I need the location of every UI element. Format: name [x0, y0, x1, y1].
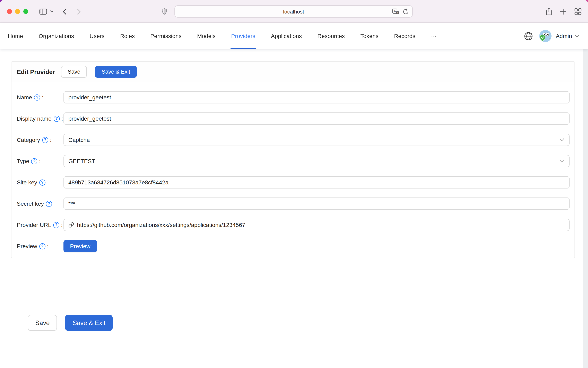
site-key-label-text: Site key: [17, 179, 37, 186]
form-row-secret-key: Secret key?: [17, 197, 569, 210]
nav-item-providers[interactable]: Providers: [223, 23, 263, 49]
category-select[interactable]: Captcha: [63, 134, 569, 146]
category-label: Category?:: [17, 134, 63, 146]
name-label: Name?:: [17, 91, 63, 103]
chevron-down-icon: [559, 159, 564, 163]
save-exit-button-top[interactable]: Save & Exit: [95, 66, 137, 78]
translate-icon[interactable]: A x: [392, 9, 399, 14]
sidebar-chevron-icon[interactable]: [50, 10, 54, 13]
provider-url-value: https://github.com/organizations/xxx/set…: [77, 222, 245, 228]
user-avatar[interactable]: [540, 30, 552, 42]
colon: :: [42, 94, 44, 101]
preview-label-text: Preview: [17, 243, 37, 249]
save-button-top[interactable]: Save: [61, 66, 87, 78]
type-select-value: GEETEST: [68, 158, 95, 164]
zoom-window-button[interactable]: [23, 9, 28, 14]
svg-text:A: A: [394, 9, 396, 13]
form-row-category: Category?:Captcha: [17, 134, 569, 146]
category-label-text: Category: [17, 137, 40, 143]
share-icon[interactable]: [546, 8, 552, 15]
nav-item-permissions[interactable]: Permissions: [143, 23, 189, 49]
category-select-value: Captcha: [68, 137, 90, 143]
colon: :: [61, 115, 63, 122]
colon: :: [47, 243, 49, 249]
nav-item-home[interactable]: Home: [0, 23, 31, 49]
form-row-name: Name?:: [17, 91, 569, 103]
name-input[interactable]: [63, 91, 569, 103]
scrollbar[interactable]: [583, 49, 588, 368]
user-name[interactable]: Admin: [556, 33, 572, 39]
top-navigation: HomeOrganizationsUsersRolesPermissionsMo…: [0, 23, 588, 49]
site-key-control: [63, 176, 569, 188]
display-name-input[interactable]: [63, 112, 569, 125]
nav-item-applications[interactable]: Applications: [263, 23, 309, 49]
display-name-help-icon[interactable]: ?: [54, 116, 60, 122]
type-help-icon[interactable]: ?: [31, 158, 38, 164]
minimize-window-button[interactable]: [15, 9, 20, 14]
display-name-label-text: Display name: [17, 115, 52, 122]
svg-text:x: x: [397, 11, 398, 14]
colon: :: [50, 137, 52, 143]
save-button-bottom[interactable]: Save: [28, 315, 57, 331]
preview-help-icon[interactable]: ?: [39, 243, 46, 249]
type-label: Type?:: [17, 155, 63, 167]
name-help-icon[interactable]: ?: [34, 94, 40, 100]
chevron-down-icon: [559, 138, 564, 141]
provider-url-label-text: Provider URL: [17, 222, 51, 228]
provider-url-label: Provider URL?:: [17, 219, 63, 231]
secret-key-input[interactable]: [63, 197, 569, 210]
display-name-control: [63, 112, 569, 125]
site-key-label: Site key?: [17, 176, 63, 188]
preview-button[interactable]: Preview: [63, 240, 97, 252]
type-select[interactable]: GEETEST: [63, 155, 569, 167]
form-row-site-key: Site key?: [17, 176, 569, 188]
type-control: GEETEST: [63, 155, 569, 167]
edit-provider-card: Edit Provider Save Save & Exit Name?:Dis…: [11, 61, 575, 258]
browser-toolbar: localhost A x: [0, 0, 588, 23]
browser-window: localhost A x: [0, 0, 588, 368]
category-help-icon[interactable]: ?: [42, 137, 48, 143]
save-exit-button-bottom[interactable]: Save & Exit: [65, 315, 113, 331]
provider-url-control: https://github.com/organizations/xxx/set…: [63, 219, 569, 231]
tab-overview-icon[interactable]: [575, 8, 581, 15]
secret-key-control: [63, 197, 569, 210]
back-button-icon[interactable]: [63, 8, 66, 15]
type-label-text: Type: [17, 158, 29, 164]
address-bar[interactable]: localhost A x: [174, 5, 413, 18]
secret-key-label-text: Secret key: [17, 200, 44, 207]
category-control: Captcha: [63, 134, 569, 146]
site-key-help-icon[interactable]: ?: [39, 179, 46, 185]
user-menu-chevron-icon[interactable]: [575, 35, 579, 37]
nav-item-tokens[interactable]: Tokens: [353, 23, 386, 49]
link-icon: [68, 222, 74, 228]
nav-item-more[interactable]: ···: [423, 23, 444, 49]
window-controls: [7, 9, 28, 14]
privacy-shield-icon[interactable]: [162, 8, 167, 15]
nav-item-models[interactable]: Models: [189, 23, 223, 49]
colon: :: [39, 158, 41, 164]
provider-url-help-icon[interactable]: ?: [53, 222, 59, 228]
site-key-input[interactable]: [63, 176, 569, 188]
sidebar-toggle-icon[interactable]: [39, 8, 47, 15]
forward-button-icon[interactable]: [77, 8, 81, 15]
preview-control: Preview: [63, 240, 569, 252]
secret-key-help-icon[interactable]: ?: [46, 201, 52, 207]
nav-item-organizations[interactable]: Organizations: [31, 23, 82, 49]
name-control: [63, 91, 569, 103]
provider-url-input[interactable]: https://github.com/organizations/xxx/set…: [63, 219, 569, 231]
form-row-display-name: Display name?:: [17, 112, 569, 125]
nav-item-users[interactable]: Users: [82, 23, 112, 49]
close-window-button[interactable]: [7, 9, 12, 14]
colon: :: [61, 222, 63, 228]
page-content: Edit Provider Save Save & Exit Name?:Dis…: [0, 49, 588, 368]
reload-icon[interactable]: [403, 8, 409, 15]
form-row-provider-url: Provider URL?:https://github.com/organiz…: [17, 219, 569, 231]
new-tab-icon[interactable]: [560, 8, 566, 15]
nav-item-resources[interactable]: Resources: [309, 23, 353, 49]
nav-item-records[interactable]: Records: [386, 23, 423, 49]
form-row-type: Type?:GEETEST: [17, 155, 569, 167]
language-globe-icon[interactable]: [524, 32, 533, 40]
address-bar-url: localhost: [283, 8, 304, 15]
nav-item-roles[interactable]: Roles: [112, 23, 143, 49]
secret-key-label: Secret key?: [17, 197, 63, 210]
